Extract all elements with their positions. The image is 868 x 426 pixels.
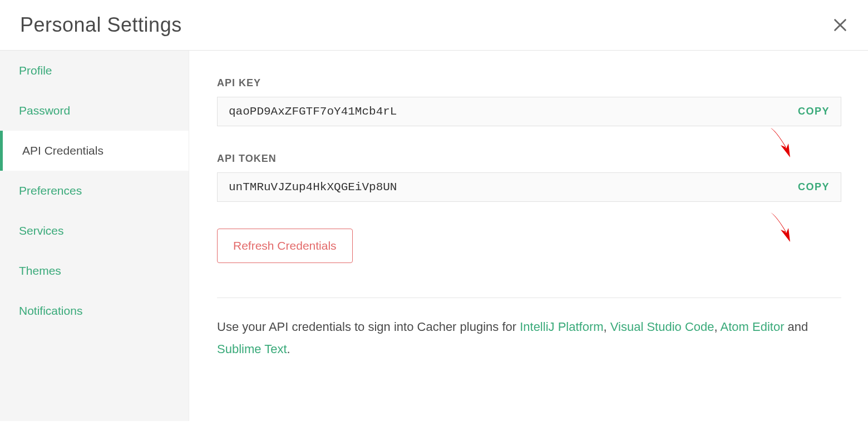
sidebar-item-password[interactable]: Password: [0, 91, 189, 131]
link-sublime[interactable]: Sublime Text: [217, 342, 287, 356]
sep-comma-2: ,: [714, 320, 721, 334]
arrow-annotation-icon: [765, 210, 798, 249]
copy-api-token-button[interactable]: COPY: [798, 181, 830, 193]
sidebar-item-preferences[interactable]: Preferences: [0, 171, 189, 211]
api-key-field: qaoPD9AxZFGTF7oY41Mcb4rL COPY: [217, 97, 841, 126]
sidebar-item-themes[interactable]: Themes: [0, 251, 189, 291]
divider: [217, 298, 841, 298]
page-title: Personal Settings: [20, 13, 182, 37]
link-atom[interactable]: Atom Editor: [721, 320, 785, 334]
sidebar: Profile Password API Credentials Prefere…: [0, 51, 189, 421]
api-key-value: qaoPD9AxZFGTF7oY41Mcb4rL: [229, 105, 397, 118]
sep-and: and: [784, 320, 808, 334]
api-token-field: unTMRuVJZup4HkXQGEiVp8UN COPY: [217, 172, 841, 202]
main-content: API KEY qaoPD9AxZFGTF7oY41Mcb4rL COPY AP…: [189, 51, 868, 421]
info-period: .: [287, 342, 290, 356]
info-prefix: Use your API credentials to sign into Ca…: [217, 320, 520, 334]
sidebar-item-services[interactable]: Services: [0, 211, 189, 251]
sidebar-item-notifications[interactable]: Notifications: [0, 291, 189, 331]
api-key-label: API KEY: [217, 77, 841, 89]
sidebar-item-api-credentials[interactable]: API Credentials: [0, 131, 189, 171]
sep-comma-1: ,: [604, 320, 610, 334]
link-intellij[interactable]: IntelliJ Platform: [520, 320, 603, 334]
close-icon: [832, 17, 848, 33]
sidebar-item-profile[interactable]: Profile: [0, 51, 189, 91]
info-text: Use your API credentials to sign into Ca…: [217, 316, 841, 360]
header: Personal Settings: [0, 0, 868, 51]
copy-api-key-button[interactable]: COPY: [798, 106, 830, 117]
api-token-label: API TOKEN: [217, 153, 841, 165]
api-token-value: unTMRuVJZup4HkXQGEiVp8UN: [229, 181, 397, 194]
close-button[interactable]: [832, 17, 848, 33]
refresh-credentials-button[interactable]: Refresh Credentials: [217, 229, 353, 263]
link-vscode[interactable]: Visual Studio Code: [610, 320, 714, 334]
